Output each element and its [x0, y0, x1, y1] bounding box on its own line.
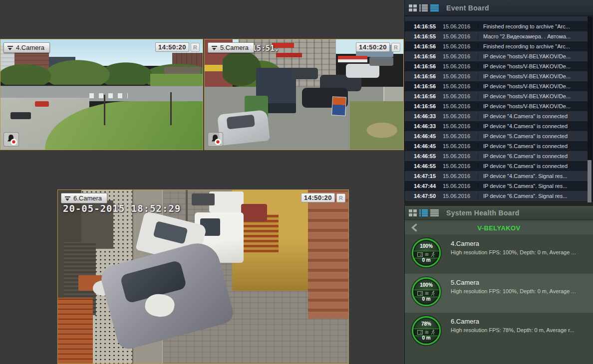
health-camera-description: High resolution FPS: 100%, Depth: 0 m, A… [451, 288, 590, 294]
record-indicator-button[interactable]: R [336, 193, 345, 202]
fps-percent: 100% [413, 243, 439, 249]
event-message: IP device "hosts/V-BELYAKOV/De... [478, 93, 588, 99]
event-message: IP device "4.Camera". Signal res... [478, 173, 588, 179]
scene-car [217, 110, 270, 146]
event-time: 14:16:56 [405, 53, 437, 59]
back-chevron-icon[interactable] [411, 223, 418, 234]
event-message: IP device "hosts/V-BELYAKOV/De... [478, 83, 588, 89]
scene-ad-board [331, 96, 346, 116]
event-row[interactable]: 14:16:56 15.06.2016 IP device "hosts/V-B… [405, 61, 588, 71]
fps-percent: 100% [413, 282, 439, 288]
tile-clock: 14:50:20 [155, 42, 189, 52]
event-row[interactable]: 14:16:56 15.06.2016 IP device "hosts/V-B… [405, 71, 588, 81]
event-date: 15.06.2016 [437, 153, 476, 159]
event-message: IP device "6.Camera" is connected [478, 153, 588, 159]
event-date: 15.06.2016 [437, 43, 476, 49]
scene-car [241, 204, 267, 221]
event-list: 14:16:55 15.06.2016 Finished recording t… [405, 21, 588, 201]
grid-view-icon[interactable] [409, 4, 417, 11]
camera-tile-4[interactable]: 4.Camera 14:50:20 R [0, 39, 203, 150]
stream-waves-icon: ≋ [424, 291, 429, 296]
health-camera-row[interactable]: 100% 2 ≋ 0 m 5.Camera High resolution FP… [405, 274, 593, 313]
event-row[interactable]: 14:47:50 15.06.2016 IP device "6.Camera"… [405, 191, 588, 201]
camera-menu-button[interactable]: 5.Camera [208, 42, 254, 53]
event-message: IP device "5.Camera" is connected [478, 143, 588, 149]
system-health-board-panel: System Health Board V-BELYAKOV 100% 2 ≋ [404, 206, 593, 364]
health-board-title: System Health Board [446, 209, 520, 217]
event-message: IP device "hosts/V-BELYAKOV/De... [478, 63, 588, 69]
camera-video-6 [58, 190, 348, 364]
record-indicator-button[interactable]: R [191, 43, 200, 52]
event-row[interactable]: 14:16:55 15.06.2016 Macro "2.Видеокамера… [405, 31, 588, 41]
event-message: Finished recording to archive "Arc... [478, 23, 588, 29]
panel-divider [404, 202, 593, 206]
detailed-list-icon[interactable] [430, 209, 439, 216]
event-time: 14:16:55 [405, 33, 437, 39]
event-time: 14:16:56 [405, 103, 437, 109]
health-camera-name: 6.Camera [451, 318, 590, 325]
event-time: 14:16:56 [405, 73, 437, 79]
record-dot [12, 140, 15, 143]
event-row[interactable]: 14:16:56 15.06.2016 IP device "hosts/V-B… [405, 51, 588, 61]
health-camera-list: 100% 2 ≋ 0 m 4.Camera High resolution FP… [405, 235, 593, 352]
event-message: IP device "5.Camera" is connected [478, 133, 588, 139]
event-row[interactable]: 14:46:45 15.06.2016 IP device "5.Camera"… [405, 141, 588, 151]
archive-depth: 0 m [413, 335, 439, 341]
event-date: 15.06.2016 [437, 93, 476, 99]
scene-bricks [58, 298, 93, 364]
event-date: 15.06.2016 [437, 173, 476, 179]
event-row[interactable]: 14:16:56 15.06.2016 IP device "hosts/V-B… [405, 91, 588, 101]
camera-video-4 [0, 39, 203, 150]
alarm-bell-icon[interactable] [208, 132, 223, 147]
scene-car [369, 57, 393, 66]
archive-depth: 0 m [413, 296, 439, 302]
scrollbar-track[interactable] [588, 16, 593, 201]
event-row[interactable]: 14:46:33 15.06.2016 IP device "4.Camera"… [405, 111, 588, 121]
scene-car [35, 101, 49, 107]
record-indicator-button[interactable]: R [391, 43, 400, 52]
grid-view-icon[interactable] [409, 209, 417, 216]
event-date: 15.06.2016 [437, 193, 476, 199]
frames-icon: 2 [417, 330, 423, 335]
camera-video-5 [205, 39, 403, 150]
event-time: 14:16:56 [405, 63, 437, 69]
frames-icon: 2 [417, 252, 423, 257]
event-message: IP device "hosts/V-BELYAKOV/De... [478, 103, 588, 109]
compact-list-icon[interactable] [419, 209, 428, 216]
archive-depth: 0 m [413, 257, 439, 263]
camera-menu-button[interactable]: 6.Camera [61, 193, 107, 203]
event-row[interactable]: 14:46:45 15.06.2016 IP device "5.Camera"… [405, 131, 588, 141]
scene-grass [350, 101, 403, 150]
camera-menu-button[interactable]: 4.Camera [3, 42, 50, 53]
event-row[interactable]: 14:46:55 15.06.2016 IP device "6.Camera"… [405, 161, 588, 171]
collapse-arrow-icon [7, 45, 13, 50]
event-row[interactable]: 14:16:55 15.06.2016 Finished recording t… [405, 21, 588, 31]
scene-car-window [226, 115, 255, 129]
event-date: 15.06.2016 [437, 133, 476, 139]
compact-list-icon[interactable] [419, 4, 428, 11]
event-row[interactable]: 14:46:55 15.06.2016 IP device "6.Camera"… [405, 151, 588, 161]
event-row[interactable]: 14:16:56 15.06.2016 Finished recording t… [405, 41, 588, 51]
event-row[interactable]: 14:46:33 15.06.2016 IP device "4.Camera"… [405, 121, 588, 131]
detailed-list-icon[interactable] [430, 4, 439, 11]
health-camera-description: High resolution FPS: 100%, Depth: 0 m, A… [451, 249, 590, 255]
scene-grass [150, 74, 203, 86]
event-date: 15.06.2016 [437, 83, 476, 89]
event-row[interactable]: 14:47:15 15.06.2016 IP device "4.Camera"… [405, 171, 588, 181]
event-time: 14:16:56 [405, 93, 437, 99]
event-row-partial[interactable] [405, 16, 588, 21]
event-row[interactable]: 14:16:56 15.06.2016 IP device "hosts/V-B… [405, 81, 588, 91]
event-time: 14:16:55 [405, 23, 437, 29]
event-row[interactable]: 14:47:44 15.06.2016 IP device "5.Camera"… [405, 181, 588, 191]
event-row[interactable]: 14:16:56 15.06.2016 IP device "hosts/V-B… [405, 101, 588, 111]
camera-tile-6[interactable]: 6.Camera 14:50:20 R 20-05-2015 18:52:29 [57, 189, 349, 364]
frames-icon: 2 [417, 291, 423, 296]
event-message: IP device "6.Camera" is connected [478, 163, 588, 169]
camera-name-label: 4.Camera [16, 44, 44, 51]
stream-waves-icon: ≋ [424, 252, 429, 257]
health-camera-row[interactable]: 78% 2 ≋ 0 m 6.Camera High resolution FPS… [405, 313, 593, 352]
health-camera-row[interactable]: 100% 2 ≋ 0 m 4.Camera High resolution FP… [405, 235, 593, 274]
camera-tile-5[interactable]: 5.Camera 14:50:20 R :15:51. [204, 39, 404, 150]
event-time: 14:46:55 [405, 163, 437, 169]
alarm-bell-icon[interactable] [3, 132, 19, 147]
